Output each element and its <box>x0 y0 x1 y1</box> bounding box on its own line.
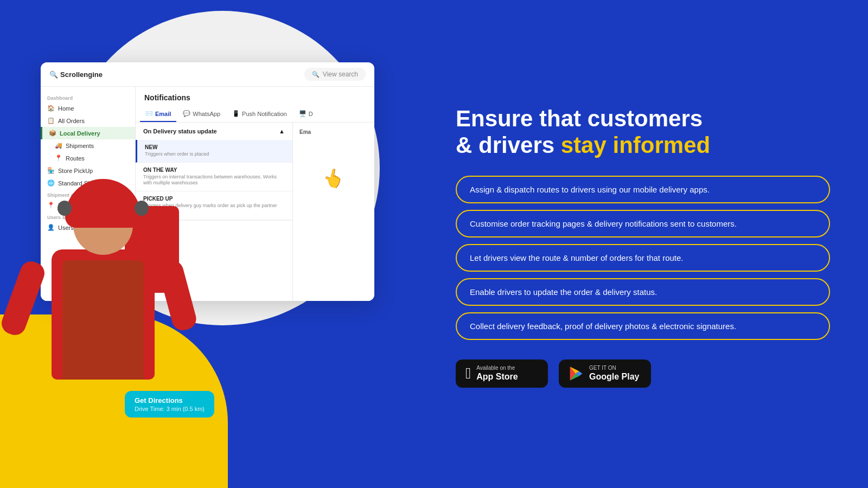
local-delivery-icon: 📦 <box>49 130 56 137</box>
feature-item-1: Assign & dispatch routes to drivers usin… <box>456 176 830 203</box>
features-list: Assign & dispatch routes to drivers usin… <box>456 176 830 340</box>
app-store-large-text: App Store <box>476 371 518 382</box>
notifications-right-panel: Ema <box>293 123 374 301</box>
shirt <box>62 260 144 380</box>
notifications-tabs: ✉️ Email 💬 WhatsApp 📱 Push Notification <box>136 106 374 123</box>
helmet-ear-left <box>58 201 72 216</box>
notifications-title: Notifications <box>136 87 374 106</box>
helmet <box>65 179 141 228</box>
feature-text-1: Assign & dispatch routes to drivers usin… <box>470 185 710 194</box>
apple-icon:  <box>465 365 471 382</box>
search-bar[interactable]: 🔍 View search <box>304 68 366 81</box>
brand-logo: 🔍 Scrollengine <box>49 70 103 79</box>
shipments-icon: 🚚 <box>55 142 62 149</box>
sidebar-item-shipments[interactable]: 🚚 Shipments <box>41 139 135 152</box>
mockup-header: 🔍 Scrollengine 🔍 View search <box>41 62 374 87</box>
arm-left <box>0 259 48 338</box>
directions-title: Get Directions <box>135 396 205 404</box>
sidebar-item-local-delivery[interactable]: 📦 Local Delivery <box>41 127 135 139</box>
headline: Ensure that customers & drivers stay inf… <box>456 106 830 158</box>
app-buttons:  Available on the App Store GET IT ON G… <box>456 359 830 388</box>
google-play-icon <box>569 366 584 381</box>
search-placeholder: View search <box>323 70 358 78</box>
email-tab-icon: ✉️ <box>145 110 153 117</box>
collapse-icon: ▲ <box>279 128 285 134</box>
all-orders-icon: 📋 <box>47 117 55 124</box>
google-play-button[interactable]: GET IT ON Google Play <box>559 359 651 388</box>
delivery-status-header[interactable]: On Delivery status update ▲ <box>136 123 292 140</box>
headline-part2: & drivers <box>456 132 561 158</box>
sidebar-item-all-orders[interactable]: 📋 All Orders <box>41 114 135 127</box>
directions-card[interactable]: Get Directions Drive Time: 3 min (0.5 km… <box>125 391 214 418</box>
feature-text-5: Collect delivery feedback, proof of deli… <box>470 322 736 331</box>
google-play-large-text: Google Play <box>589 371 639 382</box>
feature-item-2: Customise order tracking pages & deliver… <box>456 210 830 237</box>
right-panel-label: Ema <box>299 129 311 135</box>
logo-search-icon: 🔍 <box>49 70 58 79</box>
left-section: 🔍 Scrollengine 🔍 View search Dashboard 🏠… <box>0 0 423 488</box>
feature-item-5: Collect delivery feedback, proof of deli… <box>456 312 830 340</box>
tab-push-notification[interactable]: 📱 Push Notification <box>227 106 292 122</box>
app-store-small-text: Available on the <box>476 365 518 371</box>
tab-email[interactable]: ✉️ Email <box>140 106 176 122</box>
feature-text-4: Enable drivers to update the order & del… <box>470 287 657 297</box>
tab-whatsapp[interactable]: 💬 WhatsApp <box>177 106 226 122</box>
d-tab-icon: 🖥️ <box>299 110 307 117</box>
feature-item-3: Let drivers view the route & number of o… <box>456 244 830 272</box>
directions-subtitle: Drive Time: 3 min (0.5 km) <box>135 406 205 412</box>
headline-highlight: stay informed <box>561 132 710 158</box>
app-store-text: Available on the App Store <box>476 365 518 382</box>
whatsapp-tab-icon: 💬 <box>183 110 190 117</box>
google-play-small-text: GET IT ON <box>589 365 639 371</box>
jacket <box>52 249 155 380</box>
home-icon: 🏠 <box>47 105 55 112</box>
sidebar-section-dashboard: Dashboard <box>41 92 135 102</box>
feature-text-3: Let drivers view the route & number of o… <box>470 253 684 262</box>
delivery-person <box>0 152 217 488</box>
headline-part1: Ensure that customers <box>456 106 703 131</box>
feature-item-4: Enable drivers to update the order & del… <box>456 278 830 306</box>
feature-text-2: Customise order tracking pages & deliver… <box>470 219 737 228</box>
push-tab-icon: 📱 <box>232 110 240 117</box>
right-section: Ensure that customers & drivers stay inf… <box>423 0 868 488</box>
tab-d[interactable]: 🖥️ D <box>293 106 318 122</box>
sidebar-item-home[interactable]: 🏠 Home <box>41 102 135 114</box>
person-figure <box>5 163 201 488</box>
google-play-text: GET IT ON Google Play <box>589 365 639 382</box>
arm-right <box>157 258 199 332</box>
brand-name: Scrollengine <box>60 70 103 79</box>
search-icon: 🔍 <box>312 71 320 78</box>
helmet-ear-right <box>135 201 149 216</box>
app-store-button[interactable]:  Available on the App Store <box>456 359 548 388</box>
